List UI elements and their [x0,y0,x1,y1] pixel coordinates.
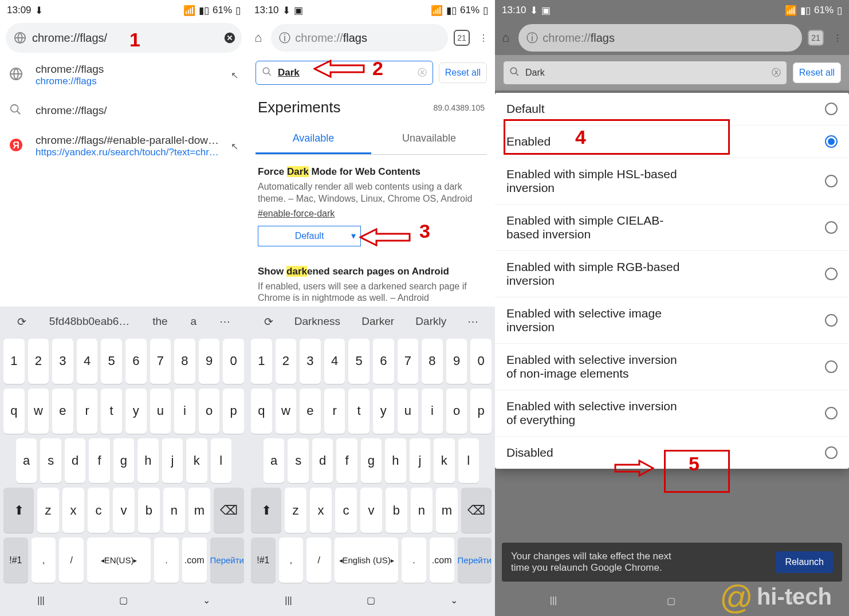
signal-icon: ▮▯ [199,5,209,17]
flags-search-row: Dark ⓧ Reset all [247,55,495,91]
key[interactable]: 1 [3,339,25,384]
kbd-more-icon[interactable]: ⋯ [467,315,478,328]
pane-1: 13:09⬇ 📶▮▯61%▯ chrome://flags/ chrome://… [0,0,247,616]
radio-icon [825,446,838,459]
url-field[interactable]: ⓘchrome://flags [271,24,448,52]
language-key[interactable]: ◂ English (US) ▸ [335,537,398,583]
home-icon[interactable]: ▢ [667,595,675,606]
recent-icon[interactable]: ||| [550,595,557,606]
magnify-icon [9,103,25,118]
suggestion-item[interactable]: chrome://flagschrome://flags ↖ [0,55,247,95]
svg-point-3 [11,105,18,112]
dropdown-option[interactable]: Enabled with selective inversion of non-… [495,344,849,390]
shift-key[interactable]: ⬆ [3,488,34,533]
suggestion-item[interactable]: Я chrome://flags/#enable-parallel-dow…ht… [0,126,247,166]
clear-icon[interactable]: ⓧ [772,67,781,79]
info-icon: ⓘ [526,30,538,46]
kbd-more-icon[interactable]: ⋯ [219,315,230,328]
dropdown-option[interactable]: Enabled with selective image inversion [495,297,849,344]
radio-icon [825,268,838,280]
kbd-row: 1234567890 [0,336,247,386]
tab-count[interactable]: 21 [808,30,824,46]
menu-icon[interactable]: ⋮ [830,33,846,44]
backspace-key[interactable]: ⌫ [461,488,492,533]
magnify-icon [509,66,520,79]
radio-icon [825,221,838,234]
tab-count[interactable]: 21 [454,30,470,46]
home-icon[interactable]: ▢ [367,595,375,606]
suggestions-list: chrome://flagschrome://flags ↖ chrome://… [0,55,247,166]
globe-icon [14,32,26,44]
keyboard[interactable]: ⟳ 5fd48bb0eab6… the a ⋯ 1234567890 qwert… [0,307,247,616]
reset-all-button[interactable]: Reset all [793,62,841,83]
recent-icon[interactable]: ||| [285,595,292,606]
annotation-box-4 [504,119,730,155]
flags-search-input[interactable]: Dark ⓧ [503,61,787,85]
back-icon[interactable]: ⌄ [450,595,458,606]
globe-icon [9,67,25,83]
android-navbar: |||▢⌄ [0,585,247,616]
radio-icon [825,175,838,187]
image-icon: ▣ [294,5,303,17]
download-icon: ⬇ [282,5,290,17]
kbd-settings-icon[interactable]: ⟳ [264,315,273,328]
flag-item: Show darkened search pages on Android If… [247,250,495,312]
radio-icon [825,360,838,373]
flag-select[interactable]: Default▾ [258,226,361,246]
clear-icon[interactable] [223,32,236,44]
keyboard[interactable]: ⟳ Darkness Darker Darkly ⋯ 1234567890 qw… [247,307,495,616]
radio-icon [825,103,838,115]
annotation-5: 5 [689,453,699,475]
annotation-arrow [359,228,411,246]
pane-3: 13:10⬇▣ 📶▮▯61%▯ ⌂ ⓘchrome://flags 21 ⋮ D… [495,0,849,616]
battery-pct: 61% [213,5,232,16]
go-key[interactable]: Перейти [458,537,492,583]
dropdown-option[interactable]: Enabled with simple RGB-based inversion [495,251,849,297]
kbd-settings-icon[interactable]: ⟳ [17,315,26,328]
wifi-icon: 📶 [183,5,195,17]
home-icon[interactable]: ⌂ [498,30,513,45]
menu-icon[interactable]: ⋮ [475,33,492,44]
dropdown-option[interactable]: Enabled with simple CIELAB-based inversi… [495,205,849,251]
home-icon[interactable]: ⌂ [251,30,265,45]
status-bar: 13:09⬇ 📶▮▯61%▯ [0,0,247,21]
back-icon[interactable]: 〈 [785,595,794,607]
radio-icon [825,407,838,419]
flag-anchor[interactable]: #enable-force-dark [258,209,485,219]
experiments-title: Experiments [258,99,341,116]
status-bar: 13:10⬇▣ 📶▮▯61%▯ [247,0,495,21]
annotation-arrow [614,460,654,477]
annotation-2: 2 [372,57,383,80]
relaunch-button[interactable]: Relaunch [776,551,833,573]
language-key[interactable]: ◂ EN(US) ▸ [87,537,151,583]
dropdown-option[interactable]: Enabled with selective inversion of ever… [495,390,849,437]
shift-key[interactable]: ⬆ [251,488,281,533]
back-icon[interactable]: ⌄ [203,595,210,606]
recent-icon[interactable]: ||| [37,595,44,606]
flags-tabs: Available Unavailable [256,124,487,155]
suggestion-item[interactable]: chrome://flags/ [0,95,247,126]
tab-available[interactable]: Available [256,124,371,154]
insert-arrow-icon[interactable]: ↖ [231,70,238,81]
reset-all-button[interactable]: Reset all [439,62,487,83]
clear-icon[interactable]: ⓧ [418,67,427,79]
browser-toolbar: ⌂ ⓘchrome://flags 21 ⋮ [498,23,846,53]
go-key[interactable]: Перейти [210,537,244,583]
backspace-key[interactable]: ⌫ [214,488,244,533]
download-icon: ⬇ [35,5,43,17]
annotation-1: 1 [129,29,140,51]
url-field[interactable]: ⓘchrome://flags [518,24,802,52]
battery-icon: ▯ [235,5,241,17]
tab-unavailable[interactable]: Unavailable [371,124,487,154]
svg-point-7 [510,68,517,74]
insert-arrow-icon[interactable]: ↖ [231,141,238,152]
yandex-icon: Я [9,138,25,154]
svg-text:Я: Я [13,140,19,150]
home-icon[interactable]: ▢ [119,595,128,606]
dropdown-option[interactable]: Enabled with simple HSL-based inversion [495,158,849,205]
omnibox[interactable]: chrome://flags/ [6,23,242,53]
status-time: 13:09 [7,5,32,16]
browser-toolbar: ⌂ ⓘchrome://flags 21 ⋮ [251,23,492,53]
annotation-arrow [313,60,365,78]
chrome-version: 89.0.4389.105 [433,103,485,112]
